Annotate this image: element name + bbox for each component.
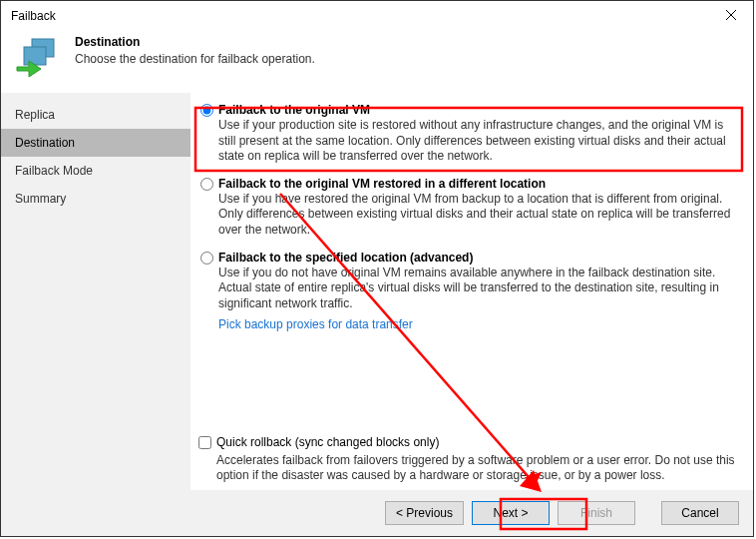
- wizard-steps-sidebar: Replica Destination Failback Mode Summar…: [1, 93, 190, 490]
- option-title: Failback to the specified location (adva…: [218, 251, 735, 265]
- option-title: Failback to the original VM: [218, 103, 735, 117]
- pick-proxies-link[interactable]: Pick backup proxies for data transfer: [198, 317, 737, 331]
- radio-original-vm[interactable]: [200, 104, 213, 117]
- step-failback-mode[interactable]: Failback Mode: [1, 157, 190, 185]
- quick-rollback-label: Quick rollback (sync changed blocks only…: [216, 435, 439, 449]
- option-original-vm[interactable]: Failback to the original VM Use if your …: [198, 101, 737, 175]
- svg-rect-3: [24, 47, 46, 65]
- option-desc: Use if you do not have original VM remai…: [218, 266, 735, 312]
- wizard-header: Destination Choose the destination for f…: [1, 31, 753, 93]
- page-subheading: Choose the destination for failback oper…: [75, 52, 315, 66]
- close-button[interactable]: [709, 1, 753, 29]
- quick-rollback-desc: Accelerates failback from failovers trig…: [198, 453, 737, 484]
- previous-button[interactable]: < Previous: [385, 501, 464, 525]
- option-specified-location[interactable]: Failback to the specified location (adva…: [198, 249, 737, 316]
- wizard-content: Failback to the original VM Use if your …: [190, 93, 753, 490]
- quick-rollback-section: Quick rollback (sync changed blocks only…: [198, 435, 737, 484]
- window-title: Failback: [11, 9, 56, 23]
- page-heading: Destination: [75, 35, 315, 49]
- failback-wizard-window: Failback Destination Choose the destinat…: [0, 0, 754, 537]
- option-title: Failback to the original VM restored in …: [218, 177, 735, 191]
- title-bar: Failback: [1, 1, 753, 31]
- option-desc: Use if your production site is restored …: [218, 118, 735, 165]
- destination-icon: [15, 33, 65, 83]
- option-desc: Use if you have restored the original VM…: [218, 192, 735, 239]
- cancel-button[interactable]: Cancel: [661, 501, 739, 525]
- step-summary[interactable]: Summary: [1, 185, 190, 213]
- close-icon: [726, 10, 736, 20]
- wizard-footer: < Previous Next > Finish Cancel: [1, 490, 753, 536]
- option-different-location[interactable]: Failback to the original VM restored in …: [198, 175, 737, 249]
- finish-button[interactable]: Finish: [558, 501, 635, 525]
- step-replica[interactable]: Replica: [1, 101, 190, 129]
- radio-specified-location[interactable]: [200, 252, 213, 265]
- next-button[interactable]: Next >: [472, 501, 550, 525]
- radio-different-location[interactable]: [200, 178, 213, 191]
- quick-rollback-checkbox[interactable]: [198, 436, 211, 449]
- step-destination[interactable]: Destination: [1, 129, 190, 157]
